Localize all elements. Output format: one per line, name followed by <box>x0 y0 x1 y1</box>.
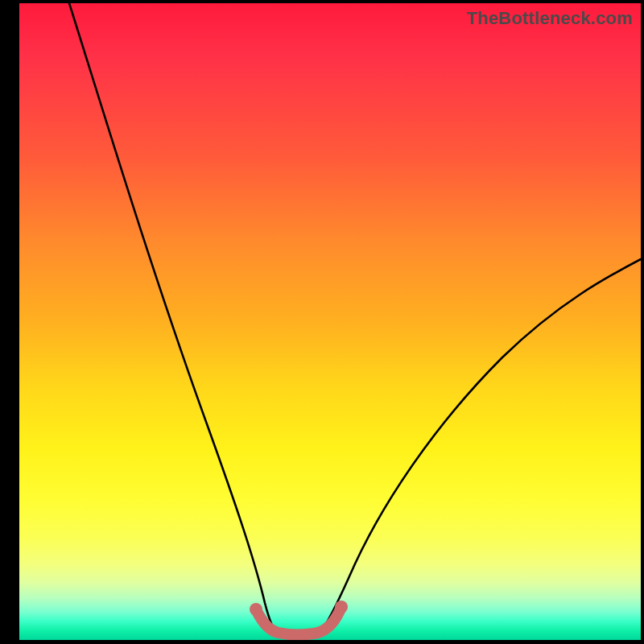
curve-layer <box>19 3 641 640</box>
bottom-marker-dot-left <box>250 603 262 616</box>
watermark-text: TheBottleneck.com <box>467 8 633 29</box>
bottom-marker-dot-right <box>335 601 348 613</box>
plot-area: TheBottleneck.com <box>19 3 641 640</box>
bottom-marker <box>256 607 341 634</box>
curve-right-arm <box>320 259 641 632</box>
curve-left-arm <box>69 3 276 632</box>
chart-frame: TheBottleneck.com <box>0 0 644 644</box>
